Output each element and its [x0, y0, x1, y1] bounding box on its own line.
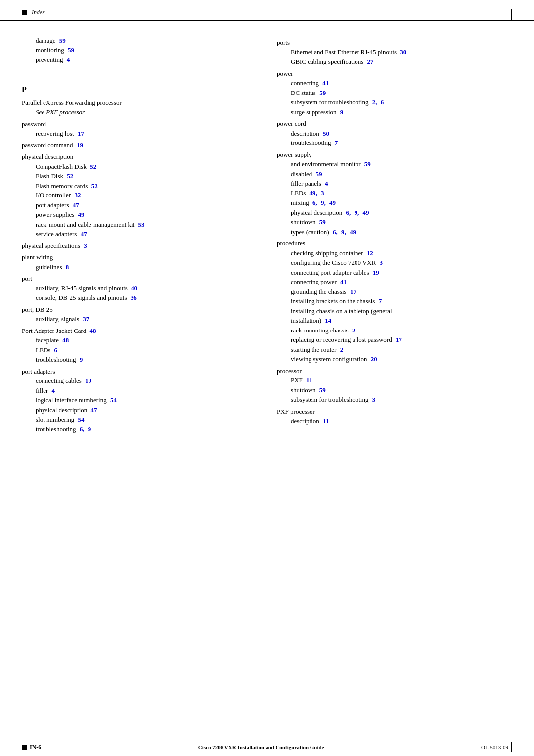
list-item: password command 19 — [22, 141, 257, 150]
list-item: physical specifications 3 — [22, 241, 257, 251]
list-item: ports — [277, 38, 512, 47]
list-item: auxiliary, signals 37 — [22, 314, 257, 324]
page-header: Index — [0, 0, 534, 21]
list-item: processor — [277, 366, 512, 376]
list-item: viewing system configuration 20 — [277, 354, 512, 364]
list-item: GBIC cabling specifications 27 — [277, 57, 512, 67]
list-item: Flash memory cards 52 — [22, 181, 257, 191]
list-item: auxiliary, RJ-45 signals and pinouts 40 — [22, 284, 257, 293]
port-adapter-jacket-card-entry: Port Adapter Jacket Card 48 — [22, 326, 257, 336]
header-label: Index — [32, 9, 45, 16]
main-content: damage 59 monitoring 59 preventing 4 P P… — [0, 21, 534, 473]
list-item: faceplate 48 — [22, 335, 257, 345]
list-item: logical interface numbering 54 — [22, 395, 257, 405]
list-item: description 50 — [277, 129, 512, 139]
list-item: shutdown 59 — [277, 385, 512, 395]
list-item: physical description — [22, 152, 257, 162]
list-item: port adapters 47 — [22, 200, 257, 210]
list-item: CompactFlash Disk 52 — [22, 162, 257, 172]
list-item: port adapters — [22, 367, 257, 377]
list-item: troubleshooting 6, 9 — [22, 425, 257, 434]
list-item: LEDs 6 — [22, 345, 257, 355]
footer-rule — [511, 742, 512, 752]
footer-left: IN-6 — [22, 744, 41, 751]
list-item: types (caution) 6, 9, 49 — [277, 227, 512, 237]
list-item: recovering lost 17 — [22, 129, 257, 139]
list-item: installing brackets on the chassis 7 — [277, 296, 512, 306]
list-item: starting the router 2 — [277, 345, 512, 355]
list-item: Parallel eXpress Forwarding processor — [22, 98, 257, 108]
left-column: damage 59 monitoring 59 preventing 4 P P… — [22, 36, 267, 434]
list-item: plant wiring — [22, 252, 257, 262]
right-column: ports Ethernet and Fast Ethernet RJ-45 p… — [267, 36, 512, 434]
list-item: DC status 59 — [277, 88, 512, 98]
list-item: filler 4 — [22, 386, 257, 396]
list-item: power — [277, 69, 512, 79]
list-item: mixing 6, 9, 49 — [277, 198, 512, 208]
list-item: connecting cables 19 — [22, 376, 257, 386]
section-heading-p: P — [22, 78, 257, 94]
list-item: power cord — [277, 119, 512, 129]
list-item: grounding the chassis 17 — [277, 287, 512, 297]
list-item: PXF processor — [277, 407, 512, 417]
footer-right: OL-5013-09 — [481, 742, 512, 752]
list-item: shutdown 59 — [277, 217, 512, 227]
list-item: port, DB-25 — [22, 305, 257, 315]
header-square-icon — [22, 10, 27, 15]
list-item: installing chassis on a tabletop (genera… — [277, 306, 512, 326]
list-item: surge suppression 9 — [277, 107, 512, 117]
list-item: configuring the Cisco 7200 VXR 3 — [277, 258, 512, 268]
list-item: procedures — [277, 238, 512, 248]
footer-doc-number: OL-5013-09 — [481, 744, 508, 750]
footer-page-label: IN-6 — [30, 744, 41, 751]
list-item: and environmental monitor 59 — [277, 159, 512, 169]
list-item: port — [22, 274, 257, 284]
page: Index damage 59 monitoring 59 preventing… — [0, 0, 534, 756]
list-item: physical description 47 — [22, 405, 257, 415]
list-item: preventing 4 — [22, 55, 257, 65]
list-item: See PXF processor — [22, 107, 257, 117]
list-item: LEDs 49, 3 — [277, 189, 512, 198]
list-item: service adapters 47 — [22, 229, 257, 239]
list-item: I/O controller 32 — [22, 190, 257, 200]
list-item: subsystem for troubleshooting 2, 6 — [277, 97, 512, 107]
list-item: console, DB-25 signals and pinouts 36 — [22, 293, 257, 303]
list-item: connecting power 41 — [277, 277, 512, 287]
list-item: disabled 59 — [277, 169, 512, 179]
list-item: damage 59 — [22, 36, 257, 46]
list-item: password — [22, 119, 257, 129]
list-item: PXF 11 — [277, 376, 512, 385]
list-item: filler panels 4 — [277, 179, 512, 189]
header-rule — [511, 9, 512, 21]
list-item: rack-mounting chassis 2 — [277, 326, 512, 335]
list-item: Ethernet and Fast Ethernet RJ-45 pinouts… — [277, 47, 512, 57]
list-item: troubleshooting 7 — [277, 138, 512, 148]
list-item: power supply — [277, 150, 512, 160]
list-item: connecting port adapter cables 19 — [277, 268, 512, 278]
list-item: slot numbering 54 — [22, 415, 257, 425]
list-item: physical description 6, 9, 49 — [277, 208, 512, 218]
list-item: power supplies 49 — [22, 210, 257, 220]
list-item: guidelines 8 — [22, 262, 257, 272]
page-footer: IN-6 Cisco 7200 VXR Installation and Con… — [0, 738, 534, 756]
list-item: monitoring 59 — [22, 46, 257, 55]
footer-square-icon — [22, 745, 27, 750]
list-item: description 11 — [277, 416, 512, 426]
list-item: troubleshooting 9 — [22, 355, 257, 365]
footer-center-text: Cisco 7200 VXR Installation and Configur… — [41, 744, 481, 750]
list-item: connecting 41 — [277, 78, 512, 88]
list-item: replacing or recovering a lost password … — [277, 335, 512, 345]
list-item: subsystem for troubleshooting 3 — [277, 395, 512, 405]
list-item: Flash Disk 52 — [22, 171, 257, 181]
list-item: checking shipping container 12 — [277, 248, 512, 258]
list-item: rack-mount and cable-management kit 53 — [22, 220, 257, 230]
